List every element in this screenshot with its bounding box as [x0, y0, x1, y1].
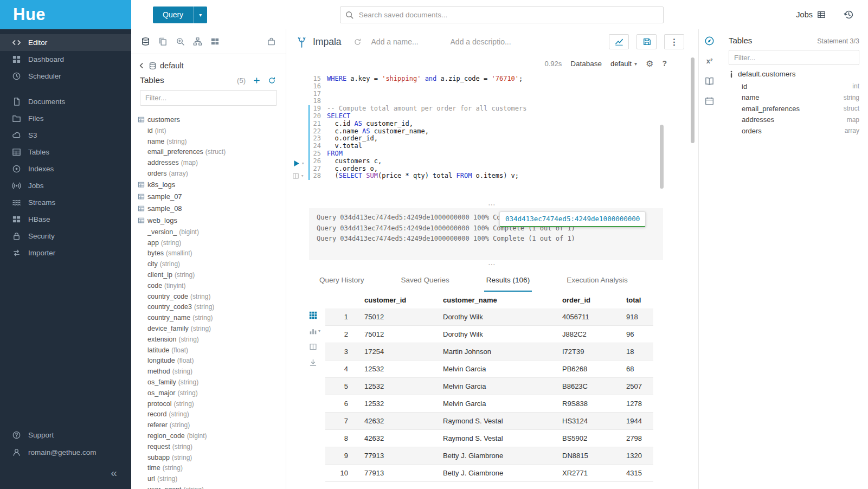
table-row[interactable]: 275012Dorothy WilkJ882C296: [325, 326, 653, 343]
job-id-tooltip[interactable]: 034d413ec7474ed5:4249de1000000000: [499, 211, 646, 227]
column-header-customer-name[interactable]: customer_name: [436, 292, 556, 308]
right-column-name[interactable]: namestring: [729, 92, 859, 104]
sidebar-item-tables[interactable]: Tables: [0, 144, 131, 160]
table-row[interactable]: 175012Dorothy Wilk4056711918: [325, 308, 653, 326]
query-type-caret[interactable]: ▾: [193, 7, 207, 23]
sidebar-item-hbase[interactable]: HBase: [0, 211, 131, 228]
sidebar-item-indexes[interactable]: Indexes: [0, 160, 131, 177]
download-results-button[interactable]: [309, 358, 317, 366]
assist-column-version[interactable]: _version_(bigint): [131, 227, 286, 237]
chart-button[interactable]: [609, 34, 629, 49]
quick-query-compass-icon[interactable]: [704, 36, 715, 46]
assist-column-country-name[interactable]: country_name(string): [131, 312, 286, 323]
query-description-input[interactable]: [451, 37, 517, 46]
active-table-entry[interactable]: default.customers: [729, 70, 859, 78]
assist-column-country-code3[interactable]: country_code3(string): [131, 302, 286, 313]
table-row[interactable]: 977913Betty J. GiambroneDN88151320: [325, 447, 653, 465]
collapse-sidebar-button[interactable]: «: [111, 466, 117, 479]
column-header-total[interactable]: total: [620, 292, 653, 308]
sitemap-icon[interactable]: [193, 37, 202, 46]
assist-table-customers[interactable]: customers: [131, 113, 286, 125]
assist-column-addresses[interactable]: addresses(map): [131, 157, 286, 168]
rerun-icon[interactable]: [353, 38, 362, 46]
scheduler-panel-icon[interactable]: [704, 96, 715, 106]
assist-column-request[interactable]: request(string): [131, 441, 286, 452]
sidebar-item-security[interactable]: Security: [0, 228, 131, 244]
assist-column-email-preferences[interactable]: email_preferences(struct): [131, 147, 286, 158]
save-button[interactable]: [636, 34, 657, 49]
assist-column-latitude[interactable]: latitude(float): [131, 345, 286, 356]
assist-column-method[interactable]: method(string): [131, 366, 286, 377]
assist-table-sample-08[interactable]: sample_08: [131, 203, 286, 215]
execute-caret-icon[interactable]: ▾: [301, 160, 304, 168]
main-panel-scrollbar[interactable]: [691, 57, 695, 143]
table-row[interactable]: 317254Martin JohnsonI72T3918: [325, 343, 653, 361]
tab-execution-analysis[interactable]: Execution Analysis: [564, 276, 630, 292]
table-row[interactable]: 512532Melvin GarciaB8623C2507: [325, 378, 653, 395]
assist-column-subapp[interactable]: subapp(string): [131, 452, 286, 463]
assist-column-city[interactable]: city(string): [131, 259, 286, 269]
sidebar-item-scheduler[interactable]: Scheduler: [0, 68, 131, 85]
sidebar-item-jobs[interactable]: Jobs: [0, 177, 131, 194]
assist-column-device-family[interactable]: device_family(string): [131, 323, 286, 334]
assist-column-time[interactable]: time(string): [131, 463, 286, 474]
table-row[interactable]: 412532Melvin GarciaPB626868: [325, 361, 653, 378]
chart-view-button[interactable]: ▾: [309, 327, 320, 335]
right-column-addresses[interactable]: addressesmap: [729, 114, 859, 126]
results-resize-handle[interactable]: ⋯: [286, 260, 698, 268]
assist-column-client-ip[interactable]: client_ip(string): [131, 269, 286, 280]
assist-column-protocol[interactable]: protocol(string): [131, 398, 286, 409]
assist-column-user-agent[interactable]: user_agent(string): [131, 484, 286, 489]
assist-column-code[interactable]: code(tinyint): [131, 280, 286, 291]
databases-source-icon[interactable]: [141, 37, 150, 46]
sidebar-item-s3[interactable]: S3: [0, 127, 131, 144]
column-header-order-id[interactable]: order_id: [556, 292, 620, 308]
user-account[interactable]: romain@gethue.com: [0, 443, 131, 461]
new-query-button[interactable]: Query ▾: [153, 7, 207, 23]
documents-source-icon[interactable]: [158, 37, 168, 46]
assist-column-os-family[interactable]: os_family(string): [131, 377, 286, 388]
table-row[interactable]: 742632Raymond S. VestalHS31241944: [325, 413, 653, 430]
sidebar-item-dashboard[interactable]: Dashboard: [0, 51, 131, 68]
sidebar-item-files[interactable]: Files: [0, 110, 131, 127]
zoom-in-icon[interactable]: [176, 37, 185, 46]
table-row[interactable]: 842632Raymond S. VestalBS59022798: [325, 430, 653, 447]
sidebar-item-importer[interactable]: Importer: [0, 244, 131, 261]
tab-query-history[interactable]: Query History: [317, 276, 367, 292]
assist-column-extension[interactable]: extension(string): [131, 334, 286, 345]
assist-column-region-code[interactable]: region_code(bigint): [131, 430, 286, 441]
assist-column-orders[interactable]: orders(array): [131, 168, 286, 179]
assist-column-name[interactable]: name(string): [131, 136, 286, 147]
assist-table-sample-07[interactable]: sample_07: [131, 191, 286, 203]
right-filter-input[interactable]: [729, 50, 859, 65]
database-breadcrumb[interactable]: default: [160, 61, 184, 70]
assist-table-web-logs[interactable]: web_logs: [131, 215, 286, 227]
editor-help-icon[interactable]: ?: [662, 59, 667, 68]
table-row[interactable]: 612532Melvin GarciaR9S8381278: [325, 395, 653, 413]
jobs-link[interactable]: Jobs: [796, 10, 826, 19]
assist-table-k8s-logs[interactable]: k8s_logs: [131, 179, 286, 191]
column-header-customer-id[interactable]: customer_id: [358, 292, 436, 308]
log-resize-handle[interactable]: ⋯: [286, 201, 698, 208]
functions-icon[interactable]: x²: [706, 56, 713, 66]
right-column-id[interactable]: idint: [729, 81, 859, 92]
refresh-tables-icon[interactable]: [268, 76, 276, 85]
sql-editor[interactable]: 1516171819202122232425262728 WHERE a.key…: [286, 73, 698, 201]
query-name-input[interactable]: [371, 37, 438, 46]
sidebar-item-editor[interactable]: Editor: [0, 34, 131, 51]
add-table-icon[interactable]: [253, 76, 261, 85]
assist-column-referer[interactable]: referer(string): [131, 420, 286, 430]
language-reference-icon[interactable]: [704, 76, 715, 86]
editor-scrollbar[interactable]: [660, 125, 664, 189]
history-icon[interactable]: [843, 9, 854, 20]
right-column-email-preferences[interactable]: email_preferencesstruct: [729, 103, 859, 114]
assist-column-url[interactable]: url(string): [131, 473, 286, 484]
hue-logo[interactable]: Hue: [0, 0, 131, 29]
more-actions-button[interactable]: ⋮: [664, 34, 684, 49]
assist-column-record[interactable]: record(string): [131, 409, 286, 420]
assist-column-app[interactable]: app(string): [131, 237, 286, 248]
assist-column-os-major[interactable]: os_major(string): [131, 388, 286, 398]
search-input[interactable]: [340, 7, 664, 23]
support-link[interactable]: Support: [0, 426, 131, 443]
sidebar-item-documents[interactable]: Documents: [0, 93, 131, 110]
